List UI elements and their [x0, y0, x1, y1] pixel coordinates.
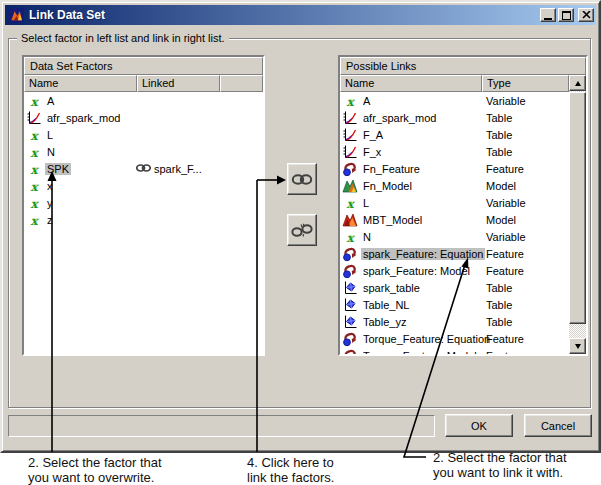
ok-button[interactable]: OK	[445, 414, 513, 437]
list-item[interactable]: spark_Feature: EquationFeature	[340, 245, 569, 262]
item-label: y	[45, 197, 55, 209]
svg-text:x: x	[346, 94, 355, 108]
item-label: Fn_Model	[361, 180, 414, 192]
list-item[interactable]: MBT_ModelModel	[340, 211, 569, 228]
minimize-icon	[544, 18, 552, 20]
scroll-up-button[interactable]	[569, 75, 586, 91]
list-item[interactable]: xy	[24, 194, 263, 211]
arrow-up-icon	[575, 81, 581, 86]
column-header-type[interactable]: Type	[482, 75, 569, 92]
list-item[interactable]: xN	[24, 143, 263, 160]
variable-icon: x	[26, 127, 42, 143]
item-type: Model	[486, 180, 516, 192]
item-type: Feature	[486, 248, 524, 260]
item-type: Variable	[486, 95, 526, 107]
list-item[interactable]: xSPKspark_F...	[24, 160, 263, 177]
list-item[interactable]: Fn_FeatureFeature	[340, 160, 569, 177]
variable-icon: x	[26, 161, 42, 177]
list-item[interactable]: xLVariable	[340, 194, 569, 211]
variable-icon: x	[26, 93, 42, 109]
feature-icon	[342, 331, 358, 347]
svg-text:x: x	[30, 162, 39, 176]
feature-icon	[342, 348, 358, 355]
item-label: N	[45, 146, 57, 158]
matlab-logo-icon	[9, 8, 24, 23]
item-type: Table	[486, 146, 512, 158]
variable-icon: x	[26, 178, 42, 194]
minimize-button[interactable]	[540, 8, 556, 22]
possible-links-header: Possible Links	[340, 57, 586, 75]
item-label: afr_spark_mod	[45, 112, 122, 124]
annotation-line: you want to overwrite.	[28, 471, 162, 485]
possible-links-panel: Possible Links Name Type xAVariableafr_s…	[338, 55, 588, 356]
variable-icon: x	[342, 93, 358, 109]
item-label: SPK	[45, 163, 71, 175]
annotation-line: 2. Select the factor that	[433, 451, 567, 466]
cancel-button[interactable]: Cancel	[524, 414, 592, 437]
item-label: Torque_Feature: Equation	[361, 333, 492, 345]
list-item[interactable]: spark_tableTable	[340, 279, 569, 296]
item-label: L	[361, 197, 371, 209]
item-type: Feature	[486, 350, 524, 355]
linked-cell: spark_F...	[136, 163, 202, 175]
right-column-headers: Name Type	[340, 75, 569, 92]
possible-links-list[interactable]: xAVariableafr_spark_modTableF_ATableF_xT…	[340, 92, 569, 354]
close-icon	[582, 11, 591, 19]
maximize-button[interactable]	[558, 8, 574, 22]
list-item[interactable]: afr_spark_mod	[24, 109, 263, 126]
column-header-linked[interactable]: Linked	[137, 75, 220, 92]
chain-link-icon	[136, 163, 151, 175]
close-button[interactable]	[578, 8, 594, 22]
list-item[interactable]: xx	[24, 177, 263, 194]
variable-icon: x	[26, 212, 42, 228]
item-label: spark_table	[361, 282, 422, 294]
scroll-down-button[interactable]	[569, 338, 586, 354]
title-bar[interactable]: Link Data Set	[5, 5, 596, 25]
annotation-line: link the factors.	[247, 471, 334, 485]
unlink-button[interactable]	[287, 214, 317, 246]
vertical-scrollbar[interactable]	[569, 75, 586, 354]
item-type: Table	[486, 282, 512, 294]
data-set-factors-header: Data Set Factors	[24, 57, 263, 75]
item-type: Feature	[486, 265, 524, 277]
item-label: afr_spark_mod	[361, 112, 438, 124]
list-item[interactable]: spark_Feature: ModelFeature	[340, 262, 569, 279]
table-curve-icon	[26, 110, 42, 126]
table-surface-icon	[342, 280, 358, 296]
item-label: z	[45, 214, 55, 226]
item-label: Table_yz	[361, 316, 408, 328]
data-set-factors-panel: Data Set Factors Name Linked xAafr_spark…	[22, 55, 265, 356]
item-label: L	[45, 129, 55, 141]
list-item[interactable]: afr_spark_modTable	[340, 109, 569, 126]
scrollbar-thumb[interactable]	[569, 92, 586, 324]
svg-text:x: x	[346, 230, 355, 244]
item-type: Feature	[486, 163, 524, 175]
list-item[interactable]: Fn_ModelModel	[340, 177, 569, 194]
list-item[interactable]: F_ATable	[340, 126, 569, 143]
annotation-line: 4. Click here to	[247, 456, 334, 471]
column-header-name[interactable]: Name	[340, 75, 482, 92]
select-factor-groupbox: Select factor in left list and link in r…	[8, 38, 591, 408]
list-item[interactable]: F_xTable	[340, 143, 569, 160]
variable-icon: x	[26, 195, 42, 211]
item-label: Torque_Feature: Model	[361, 350, 479, 355]
list-item[interactable]: xAVariable	[340, 92, 569, 109]
list-item[interactable]: xNVariable	[340, 228, 569, 245]
list-item[interactable]: Table_NLTable	[340, 296, 569, 313]
list-item[interactable]: xA	[24, 92, 263, 109]
data-set-factors-list[interactable]: xAafr_spark_modxLxNxSPKspark_F...xxxyxz	[24, 92, 263, 354]
list-item[interactable]: xL	[24, 126, 263, 143]
svg-text:x: x	[30, 128, 39, 142]
screenshot-canvas: Link Data Set Select factor in left list…	[0, 0, 601, 485]
column-header-name[interactable]: Name	[24, 75, 137, 92]
link-button[interactable]	[287, 163, 317, 195]
item-label: spark_Feature: Equation	[361, 248, 485, 260]
list-item[interactable]: Torque_Feature: ModelFeature	[340, 347, 569, 354]
list-item[interactable]: Table_yzTable	[340, 313, 569, 330]
list-item[interactable]: xz	[24, 211, 263, 228]
table-curve-icon	[342, 110, 358, 126]
svg-text:x: x	[30, 94, 39, 108]
item-label: spark_Feature: Model	[361, 265, 472, 277]
annotation-link-with: 2. Select the factor that you want to li…	[433, 451, 567, 480]
list-item[interactable]: Torque_Feature: EquationFeature	[340, 330, 569, 347]
